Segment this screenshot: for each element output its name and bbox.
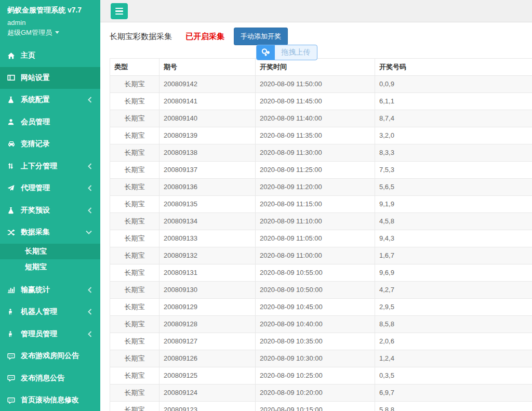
cell-issue: 200809140	[159, 110, 256, 127]
home-icon	[7, 52, 21, 60]
sidebar-item-label: 会员管理	[21, 117, 50, 127]
cell-draw-numbers: 6,9,7	[375, 385, 532, 402]
cell-type: 长期宝	[110, 93, 159, 110]
table-header-row: 类型 期号 开奖时间 开奖号码	[110, 59, 532, 76]
role-label: 超级GM管理员	[7, 29, 52, 36]
comment-icon	[7, 374, 21, 382]
sidebar-item-9[interactable]: 输赢统计	[0, 279, 100, 301]
cell-draw-numbers: 9,6,9	[375, 264, 532, 282]
webuploader-icon	[257, 45, 275, 60]
table-row: 长期宝2008091362020-08-09 11:20:005,6,5	[110, 179, 532, 196]
col-header-type: 类型	[110, 59, 159, 76]
cell-type: 长期宝	[110, 264, 159, 282]
cell-draw-time: 2020-08-09 10:30:00	[256, 350, 375, 367]
drag-upload-widget[interactable]: 拖拽上传	[256, 45, 317, 60]
sidebar-item-11[interactable]: 管理员管理	[0, 323, 100, 346]
sidebar-item-2[interactable]: 系统配置	[0, 89, 100, 111]
comment-icon	[7, 352, 21, 360]
user-icon	[7, 118, 21, 126]
person-icon	[7, 308, 21, 315]
hamburger-icon	[115, 8, 123, 15]
main-content: 长期宝彩数据采集 已开启采集 手动添加开奖 拖拽上传 类型 期号 开奖时间 开奖…	[100, 23, 532, 411]
cell-issue: 200809139	[159, 127, 256, 144]
sidebar-toggle-button[interactable]	[111, 3, 128, 19]
cell-draw-time: 2020-08-09 10:40:00	[256, 316, 375, 333]
sidebar-item-label: 主页	[21, 51, 35, 60]
collection-status-badge: 已开启采集	[185, 32, 224, 42]
cell-draw-numbers: 8,7,4	[375, 110, 532, 127]
cell-draw-numbers: 3,2,0	[375, 127, 532, 144]
table-row: 长期宝2008091372020-08-09 11:25:007,5,3	[110, 162, 532, 179]
cell-draw-time: 2020-08-09 10:35:00	[256, 333, 375, 350]
table-row: 长期宝2008091402020-08-09 11:40:008,7,4	[110, 110, 532, 127]
sidebar-item-4[interactable]: 竞猜记录	[0, 133, 100, 155]
username: admin	[0, 15, 100, 26]
cell-type: 长期宝	[110, 230, 159, 247]
cell-type: 长期宝	[110, 196, 159, 213]
person-icon	[7, 330, 21, 338]
sidebar-item-14[interactable]: 首页滚动信息修改	[0, 389, 100, 411]
cell-draw-numbers: 5,8,8	[375, 402, 532, 411]
sidebar-item-label: 数据采集	[21, 228, 50, 237]
chevron-left-icon	[88, 163, 92, 169]
manual-add-draw-button[interactable]: 手动添加开奖	[234, 28, 288, 45]
cell-draw-time: 2020-08-09 11:50:00	[256, 76, 375, 93]
sidebar-item-label: 系统配置	[21, 95, 50, 104]
app-title: 蚂蚁金服管理系统 v7.7	[0, 0, 100, 15]
chevron-left-icon	[88, 309, 92, 315]
table-row: 长期宝2008091412020-08-09 11:45:006,1,1	[110, 93, 532, 110]
cell-draw-time: 2020-08-09 11:10:00	[256, 213, 375, 230]
comment-icon	[7, 396, 21, 404]
up-down-icon	[7, 163, 21, 169]
sidebar-item-8[interactable]: 数据采集	[0, 221, 100, 244]
sidebar-item-12[interactable]: 发布游戏房间公告	[0, 345, 100, 367]
shuffle-icon	[7, 229, 21, 236]
sidebar-item-label: 管理员管理	[21, 329, 57, 339]
sidebar-item-0[interactable]: 主页	[0, 45, 100, 67]
sidebar-item-1[interactable]: 网站设置	[0, 67, 100, 89]
cell-draw-numbers: 7,5,3	[375, 162, 532, 179]
sidebar-item-6[interactable]: 代理管理	[0, 177, 100, 200]
cell-draw-numbers: 4,5,8	[375, 213, 532, 230]
cell-issue: 200809127	[159, 333, 256, 350]
cell-issue: 200809125	[159, 367, 256, 385]
table-row: 长期宝2008091382020-08-09 11:30:008,3,3	[110, 144, 532, 162]
sidebar-item-3[interactable]: 会员管理	[0, 111, 100, 134]
bar-chart-icon	[7, 286, 21, 294]
cell-issue: 200809135	[159, 196, 256, 213]
cell-issue: 200809129	[159, 299, 256, 316]
sidebar-item-10[interactable]: 机器人管理	[0, 301, 100, 323]
cell-draw-numbers: 6,1,1	[375, 93, 532, 110]
sidebar-item-label: 发布消息公告	[21, 374, 64, 383]
table-row: 长期宝2008091272020-08-09 10:35:002,0,6	[110, 333, 532, 350]
sidebar-item-label: 开奖预设	[21, 206, 50, 215]
cell-type: 长期宝	[110, 76, 159, 93]
sidebar-item-13[interactable]: 发布消息公告	[0, 367, 100, 390]
cell-draw-time: 2020-08-09 10:45:00	[256, 299, 375, 316]
sidebar-item-label: 网站设置	[21, 73, 50, 83]
cell-type: 长期宝	[110, 350, 159, 367]
cell-draw-time: 2020-08-09 11:30:00	[256, 144, 375, 162]
cell-draw-numbers: 1,6,7	[375, 247, 532, 264]
admin-app: 蚂蚁金服管理系统 v7.7 admin 超级GM管理员 主页网站设置系统配置会员…	[0, 0, 532, 411]
cell-issue: 200809141	[159, 93, 256, 110]
cell-issue: 200809136	[159, 179, 256, 196]
sidebar-nav: 主页网站设置系统配置会员管理竞猜记录上下分管理代理管理开奖预设数据采集长期宝短期…	[0, 45, 100, 411]
table-row: 长期宝2008091422020-08-09 11:50:000,0,9	[110, 76, 532, 93]
sidebar-item-5[interactable]: 上下分管理	[0, 155, 100, 178]
table-row: 长期宝2008091322020-08-09 11:00:001,6,7	[110, 247, 532, 264]
cell-type: 长期宝	[110, 213, 159, 230]
cell-draw-time: 2020-08-09 10:50:00	[256, 282, 375, 299]
sidebar-subitem-8-0[interactable]: 长期宝	[0, 244, 100, 259]
sidebar-subitem-8-1[interactable]: 短期宝	[0, 259, 100, 275]
sidebar: 蚂蚁金服管理系统 v7.7 admin 超级GM管理员 主页网站设置系统配置会员…	[0, 0, 100, 411]
role-dropdown[interactable]: 超级GM管理员	[0, 26, 66, 36]
table-row: 长期宝2008091232020-08-09 10:15:005,8,8	[110, 402, 532, 411]
sidebar-item-label: 竞猜记录	[21, 139, 50, 149]
sidebar-submenu: 长期宝短期宝	[0, 244, 100, 279]
car-icon	[7, 140, 21, 148]
cell-issue: 200809133	[159, 230, 256, 247]
window-icon	[7, 74, 21, 82]
sidebar-item-label: 上下分管理	[21, 162, 57, 171]
sidebar-item-7[interactable]: 开奖预设	[0, 200, 100, 222]
